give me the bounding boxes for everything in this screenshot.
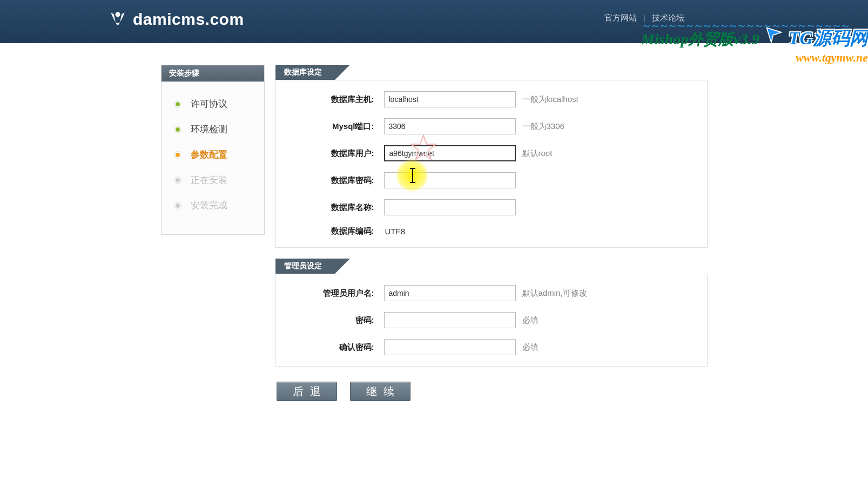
step-label: 参数配置 [191, 148, 227, 161]
db-port-input[interactable] [384, 118, 516, 134]
step-dot-icon [174, 202, 181, 209]
sidebar-title: 安装步骤 [162, 65, 264, 82]
mishop-version-text: Mishop外贸版v3.9 [641, 29, 759, 50]
admin-confirm-hint: 必填 [522, 342, 539, 353]
step-label: 环境检测 [191, 123, 227, 135]
tg-logo-icon [765, 26, 783, 48]
admin-confirm-input[interactable] [384, 339, 516, 355]
step-label: 安装完成 [191, 199, 227, 212]
step-dot-icon [174, 101, 181, 107]
svg-point-0 [116, 12, 120, 17]
db-user-input[interactable] [384, 145, 516, 161]
admin-pass-input[interactable] [384, 312, 516, 328]
db-host-label: 数据库主机: [287, 94, 384, 105]
db-pass-label: 数据库密码: [287, 175, 384, 186]
admin-settings-section: 管理员设定 管理员用户名: 默认admin,可修改 密码: 必填 确认密码: 必… [275, 259, 708, 367]
official-site-link[interactable]: 官方网站 [604, 13, 637, 22]
admin-pass-row: 密码: 必填 [276, 307, 707, 334]
step-done: 安装完成 [162, 193, 264, 218]
install-steps-sidebar: 安装步骤 许可协议 环境检测 参数配置 正在安装 安装完成 [161, 65, 265, 235]
admin-user-row: 管理员用户名: 默认admin,可修改 [276, 280, 707, 307]
db-charset-value: UTF8 [384, 227, 406, 236]
db-pass-row: 数据库密码: [276, 167, 707, 194]
db-section-title: 数据库设定 [275, 65, 335, 80]
continue-button[interactable]: 继续 [350, 382, 411, 401]
main-form-area: 数据库设定 数据库主机: 一般为localhost Mysql端口: 一般为33… [275, 65, 708, 401]
step-dot-icon [174, 152, 181, 158]
admin-section-title: 管理员设定 [275, 259, 335, 274]
brand-text: damicms.com [133, 10, 244, 29]
db-name-input[interactable] [384, 199, 516, 215]
wave-decoration: ～～～～～～～～～～～～～～～～～～～～～～～～ [641, 18, 868, 29]
step-license: 许可协议 [162, 91, 264, 117]
steps-list: 许可协议 环境检测 参数配置 正在安装 安装完成 [162, 82, 264, 234]
db-name-row: 数据库名称: [276, 194, 707, 221]
admin-pass-label: 密码: [287, 315, 384, 326]
admin-confirm-row: 确认密码: 必填 [276, 334, 707, 361]
top-bar: damicms.com 官方网站 | 技术论坛 ～～～～～～～～～～～～～～～～… [0, 0, 868, 43]
text-cursor-icon [412, 169, 413, 182]
admin-user-input[interactable] [384, 285, 516, 301]
admin-confirm-label: 确认密码: [287, 342, 384, 353]
db-charset-label: 数据库编码: [287, 226, 384, 236]
watermark-overlay: ～～～～～～～～～～～～～～～～～～～～～～～～ Mishop外贸版v3.9 T… [641, 26, 868, 65]
db-settings-section: 数据库设定 数据库主机: 一般为localhost Mysql端口: 一般为33… [275, 65, 708, 248]
button-row: 后退 继续 [275, 382, 708, 401]
db-name-label: 数据库名称: [287, 202, 384, 213]
step-dot-icon [174, 126, 181, 133]
step-installing: 正在安装 [162, 167, 264, 193]
admin-pass-hint: 必填 [522, 315, 539, 326]
back-button[interactable]: 后退 [277, 382, 337, 401]
db-port-row: Mysql端口: 一般为3306 [276, 113, 707, 140]
db-charset-row: 数据库编码: UTF8 [276, 221, 707, 242]
step-env-check: 环境检测 [162, 117, 264, 142]
db-user-row: 数据库用户: 默认root [276, 140, 707, 167]
watermark-url: www.tgymw.ne [641, 51, 868, 65]
person-logo-icon [108, 9, 127, 30]
tg-brand-text: TG源码网 [789, 26, 868, 51]
db-port-hint: 一般为3306 [522, 121, 564, 132]
db-pass-input[interactable] [384, 172, 516, 188]
svg-marker-1 [766, 28, 781, 42]
db-user-hint: 默认root [522, 148, 553, 159]
db-user-label: 数据库用户: [287, 148, 384, 159]
step-label: 正在安装 [191, 174, 227, 186]
admin-user-hint: 默认admin,可修改 [522, 288, 587, 299]
admin-user-label: 管理员用户名: [287, 288, 384, 299]
db-host-hint: 一般为localhost [522, 94, 578, 105]
db-host-input[interactable] [384, 91, 516, 107]
db-port-label: Mysql端口: [287, 121, 384, 132]
db-host-row: 数据库主机: 一般为localhost [276, 86, 707, 113]
step-label: 许可协议 [191, 98, 227, 110]
step-dot-icon [174, 177, 181, 184]
step-params: 参数配置 [162, 142, 264, 167]
brand-logo: damicms.com [108, 9, 244, 30]
